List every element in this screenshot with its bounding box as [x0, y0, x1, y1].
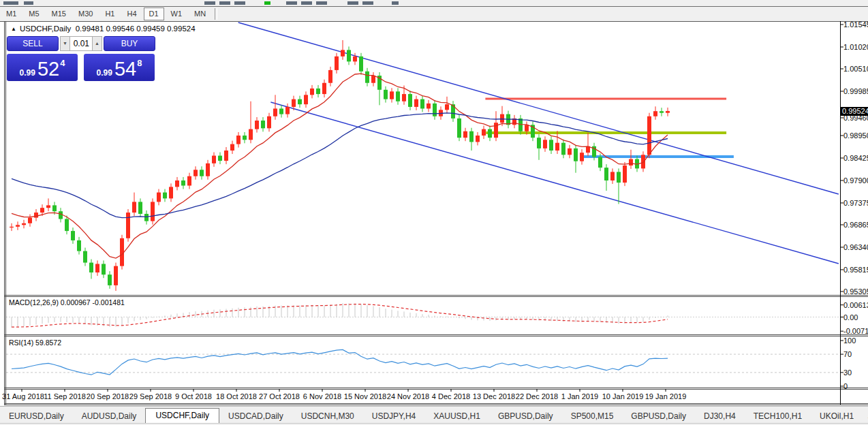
- candle-body: [518, 119, 523, 131]
- candle-body: [341, 50, 345, 56]
- tab-ukoil-h1[interactable]: UKOil,H1: [811, 409, 863, 424]
- tab-xauusd-h1[interactable]: XAUUSD,H1: [424, 409, 489, 424]
- candle-body: [396, 91, 400, 101]
- candle-body: [292, 99, 296, 107]
- tab-audusd-daily[interactable]: AUDUSD,Daily: [73, 409, 146, 424]
- candle-body: [610, 172, 615, 180]
- candle-body: [476, 136, 480, 142]
- rsi-axis-label: 0: [843, 382, 848, 390]
- one-click-trading-panel: SELL ▼ 0.01 ▲ BUY 0.99524 0.99548: [7, 36, 157, 82]
- macd-axis-label: -0.007142: [843, 327, 868, 335]
- collapse-icon[interactable]: ▲: [11, 26, 16, 32]
- tab-gbpusd-daily[interactable]: GBPUSD,Daily: [622, 409, 695, 424]
- candle-body: [666, 111, 670, 113]
- rsi-axis-label: 100: [843, 336, 856, 345]
- date-label: 18 Oct 2018: [216, 392, 257, 400]
- volume-input[interactable]: 0.01: [70, 36, 92, 51]
- candle-body: [298, 99, 302, 105]
- date-label: 13 Dec 2018: [473, 392, 515, 400]
- sell-price-big: 52: [37, 60, 59, 78]
- candle-body: [457, 119, 461, 138]
- tab-usdcad-daily[interactable]: USDCAD,Daily: [219, 409, 292, 424]
- tab-eurusd-daily[interactable]: EURUSD,Daily: [0, 409, 73, 424]
- candle-body: [647, 116, 651, 155]
- tab-dj30-h4[interactable]: DJ30,H4: [695, 409, 745, 424]
- buy-price-small: 0.99: [97, 68, 112, 78]
- price-label: 0.97375: [843, 199, 868, 207]
- candle-body: [83, 251, 87, 263]
- candle-body: [175, 180, 179, 187]
- candle-body: [488, 129, 492, 138]
- chart-tab-bar: EURUSD,DailyAUDUSD,DailyUSDCHF,DailyUSDC…: [0, 406, 868, 424]
- mt4-window: M1M5M15M30H1H4D1W1MN ▲USDCHF,Daily 0.994…: [0, 0, 868, 425]
- tab-scroll-arrows: ◄►: [863, 414, 868, 421]
- candle-body: [482, 129, 486, 136]
- candle-body: [390, 91, 394, 99]
- candle-body: [114, 266, 118, 285]
- date-label: 9 Oct 2018: [175, 392, 212, 400]
- price-label: 0.98950: [843, 131, 868, 140]
- candle-body: [236, 136, 241, 144]
- price-label: 0.99985: [843, 87, 868, 95]
- candle-body: [623, 166, 627, 183]
- candle-body: [304, 95, 308, 104]
- volume-decrease-button[interactable]: ▼: [60, 36, 70, 51]
- current-price-badge: 0.99524: [841, 107, 868, 116]
- candle-body: [40, 208, 44, 212]
- date-label: 19 Jan 2019: [645, 392, 687, 400]
- candle-body: [163, 193, 167, 199]
- candle-body: [206, 163, 210, 176]
- candle-body: [89, 263, 93, 272]
- candle-body: [641, 155, 645, 168]
- candle-body: [433, 104, 437, 116]
- candle-body: [604, 168, 608, 180]
- candle-body: [359, 57, 363, 72]
- sell-price-panel[interactable]: 0.99524: [7, 54, 78, 81]
- buy-price-big: 54: [114, 60, 136, 78]
- tab-gbpusd-daily[interactable]: GBPUSD,Daily: [489, 409, 562, 424]
- candle-body: [414, 99, 418, 107]
- candle-body: [555, 143, 559, 151]
- candle-body: [200, 170, 204, 176]
- sell-button[interactable]: SELL: [7, 36, 59, 51]
- candle-body: [138, 202, 142, 214]
- rsi-axis-label: 70: [843, 350, 852, 358]
- price-label: 1.01020: [843, 43, 868, 51]
- candle-body: [427, 104, 431, 109]
- candle-body: [224, 151, 228, 161]
- rsi-axis-label: 30: [843, 368, 852, 377]
- candle-body: [469, 131, 474, 142]
- candle-body: [445, 104, 449, 110]
- candle-body: [212, 156, 216, 163]
- tab-usdcnh-m30[interactable]: USDCNH,M30: [292, 409, 363, 424]
- buy-price-panel[interactable]: 0.99548: [84, 54, 155, 81]
- tab-tech100-h1[interactable]: TECH100,H1: [745, 409, 811, 424]
- buy-button[interactable]: BUY: [104, 36, 155, 51]
- sell-price-sup: 4: [60, 58, 65, 68]
- tab-usdjpy-h4[interactable]: USDJPY,H4: [363, 409, 424, 424]
- candle-body: [574, 148, 578, 161]
- date-label: 24 Nov 2018: [387, 392, 429, 400]
- candle-body: [59, 211, 63, 219]
- tab-usdchf-daily[interactable]: USDCHF,Daily: [145, 408, 219, 424]
- volume-increase-button[interactable]: ▲: [92, 36, 102, 51]
- candle-body: [243, 136, 247, 140]
- price-label: 0.95305: [843, 287, 868, 296]
- candle-body: [52, 205, 57, 211]
- date-label: 20 Sep 2018: [87, 392, 129, 400]
- date-label: 29 Sep 2018: [129, 392, 172, 400]
- tab-scroll-left-button[interactable]: ◄: [863, 414, 868, 421]
- sell-price-small: 0.99: [20, 68, 35, 78]
- candle-body: [230, 144, 234, 151]
- candle-body: [371, 76, 375, 83]
- candle-body: [218, 156, 222, 161]
- candle-body: [420, 99, 424, 109]
- date-label: 4 Dec 2018: [432, 392, 470, 400]
- date-label: 22 Dec 2018: [516, 392, 558, 400]
- candle-body: [193, 170, 198, 176]
- candle-body: [322, 83, 326, 94]
- candle-body: [525, 125, 529, 131]
- tab-sp500-m15[interactable]: SP500,M15: [562, 409, 623, 424]
- ohlc-values: 0.99481 0.99546 0.99459 0.99524: [76, 25, 196, 33]
- volume-stepper: ▼ 0.01 ▲: [60, 36, 102, 51]
